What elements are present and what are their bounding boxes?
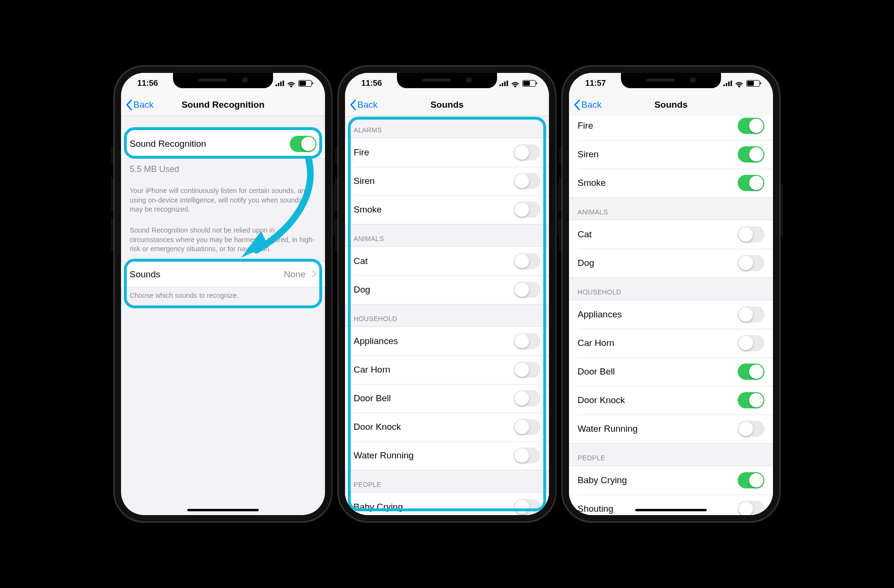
description-2: Sound Recognition should not be relied u…	[121, 222, 325, 262]
content-1: Sound Recognition 5.5 MB Used Your iPhon…	[121, 116, 325, 515]
switch-smoke[interactable]	[738, 175, 764, 191]
home-indicator[interactable]	[187, 509, 259, 511]
sounds-label: Sounds	[130, 269, 160, 280]
cellular-icon	[723, 81, 732, 86]
switch-doorknock[interactable]	[738, 392, 764, 408]
navigation-bar: Back Sound Recognition	[121, 94, 325, 116]
cellular-icon	[499, 81, 508, 86]
row-doorbell[interactable]: Door Bell	[569, 357, 773, 386]
switch-fire[interactable]	[738, 118, 764, 134]
row-water[interactable]: Water Running	[569, 415, 773, 444]
toggle-label: Sound Recognition	[130, 139, 206, 149]
row-doorknock[interactable]: Door Knock	[345, 413, 549, 441]
row-doorknock[interactable]: Door Knock	[569, 386, 773, 415]
phone-frame-3: 11:57 Back Sounds Alarms Fire Siren Smok…	[561, 65, 781, 523]
phone-frame-2: 11:56 Back Sounds Alarms Fire Siren Smok…	[337, 65, 557, 523]
wifi-icon	[287, 81, 295, 87]
switch-smoke[interactable]	[514, 202, 540, 218]
switch-cat[interactable]	[738, 226, 764, 243]
row-water[interactable]: Water Running	[345, 441, 549, 470]
home-indicator[interactable]	[411, 509, 483, 511]
home-indicator[interactable]	[635, 509, 707, 511]
page-title: Sounds	[654, 100, 688, 110]
wifi-icon	[511, 81, 519, 87]
sounds-row[interactable]: Sounds None	[121, 262, 325, 287]
status-icons	[275, 80, 312, 87]
back-button[interactable]: Back	[350, 94, 377, 116]
group-header-animals: Animals	[345, 224, 549, 246]
description-1: Your iPhone will continuously listen for…	[121, 182, 325, 222]
back-button[interactable]: Back	[574, 94, 601, 116]
group-header-household: Household	[569, 278, 773, 300]
battery-icon	[298, 80, 312, 87]
group-header-household: Household	[345, 304, 549, 326]
row-dog[interactable]: Dog	[345, 275, 549, 304]
switch-cat[interactable]	[514, 253, 540, 269]
row-appliances[interactable]: Appliances	[569, 300, 773, 329]
row-appliances[interactable]: Appliances	[345, 326, 549, 355]
page-title: Sounds	[430, 100, 464, 110]
chevron-left-icon	[126, 100, 132, 110]
back-label: Back	[581, 100, 601, 110]
back-button[interactable]: Back	[126, 94, 153, 116]
sound-recognition-switch[interactable]	[290, 136, 316, 152]
row-carhorn[interactable]: Car Horn	[345, 355, 549, 384]
back-label: Back	[357, 100, 377, 110]
row-smoke[interactable]: Smoke	[569, 169, 773, 198]
back-label: Back	[133, 100, 153, 110]
switch-siren[interactable]	[514, 173, 540, 189]
chevron-left-icon	[350, 100, 356, 110]
row-siren[interactable]: Siren	[569, 140, 773, 169]
content-3: Alarms Fire Siren Smoke Animals Cat Dog …	[569, 116, 773, 515]
row-carhorn[interactable]: Car Horn	[569, 329, 773, 357]
group-header-animals: Animals	[569, 198, 773, 220]
navigation-bar: Back Sounds	[345, 94, 549, 116]
clock: 11:57	[585, 79, 606, 88]
chevron-left-icon	[574, 100, 580, 110]
battery-icon	[522, 80, 536, 87]
storage-label: 5.5 MB Used	[121, 159, 325, 182]
screen-2: 11:56 Back Sounds Alarms Fire Siren Smok…	[345, 73, 549, 515]
switch-baby[interactable]	[514, 499, 540, 515]
switch-carhorn[interactable]	[514, 362, 540, 378]
row-shouting[interactable]: Shouting	[569, 495, 773, 515]
row-baby[interactable]: Baby Crying	[345, 492, 549, 515]
row-fire[interactable]: Fire	[345, 138, 549, 167]
switch-doorknock[interactable]	[514, 419, 540, 435]
sounds-value: None	[284, 269, 305, 280]
row-cat[interactable]: Cat	[569, 220, 773, 249]
switch-doorbell[interactable]	[514, 390, 540, 406]
row-doorbell[interactable]: Door Bell	[345, 384, 549, 413]
switch-baby[interactable]	[738, 472, 764, 488]
switch-carhorn[interactable]	[738, 335, 764, 351]
status-icons	[723, 80, 760, 87]
cellular-icon	[275, 81, 284, 86]
switch-water[interactable]	[738, 421, 764, 437]
navigation-bar: Back Sounds	[569, 94, 773, 116]
switch-fire[interactable]	[514, 144, 540, 161]
phone-frame-1: 11:56 Back Sound Recognition Sound Recog…	[113, 65, 333, 523]
group-header-people: People	[569, 444, 773, 466]
row-fire[interactable]: Fire	[569, 116, 773, 140]
row-dog[interactable]: Dog	[569, 249, 773, 278]
clock: 11:56	[361, 79, 382, 88]
wifi-icon	[735, 81, 743, 87]
switch-shouting[interactable]	[738, 501, 764, 515]
switch-water[interactable]	[514, 447, 540, 464]
sound-recognition-toggle-row[interactable]: Sound Recognition	[121, 129, 325, 159]
row-smoke[interactable]: Smoke	[345, 195, 549, 224]
switch-doorbell[interactable]	[738, 364, 764, 380]
content-2: Alarms Fire Siren Smoke Animals Cat Dog …	[345, 116, 549, 515]
switch-dog[interactable]	[738, 255, 764, 271]
row-baby[interactable]: Baby Crying	[569, 466, 773, 495]
clock: 11:56	[137, 79, 158, 88]
row-siren[interactable]: Siren	[345, 167, 549, 195]
switch-siren[interactable]	[738, 146, 764, 162]
switch-dog[interactable]	[514, 282, 540, 298]
row-cat[interactable]: Cat	[345, 246, 549, 275]
screen-3: 11:57 Back Sounds Alarms Fire Siren Smok…	[569, 73, 773, 515]
switch-appliances[interactable]	[738, 306, 764, 323]
switch-appliances[interactable]	[514, 333, 540, 349]
status-icons	[499, 80, 536, 87]
screen-1: 11:56 Back Sound Recognition Sound Recog…	[121, 73, 325, 515]
